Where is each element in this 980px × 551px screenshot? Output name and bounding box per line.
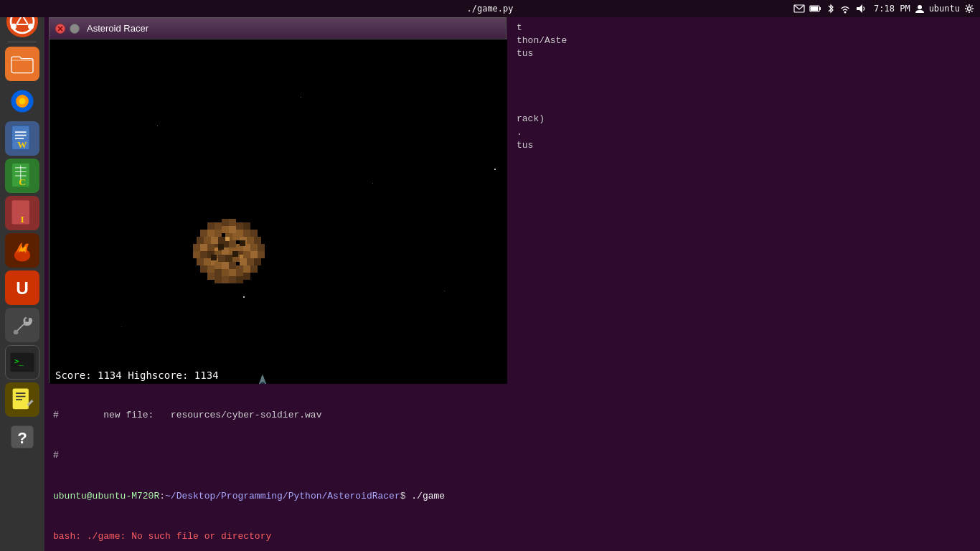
user-icon[interactable] (915, 4, 925, 14)
svg-rect-54 (215, 230, 222, 237)
terminal-top-right-text: t thon/Aste tus rack) . tus (517, 22, 567, 152)
svg-rect-114 (229, 276, 236, 283)
terminal-bottom: # new file: resources/cyber-soldier.wav … (44, 379, 980, 551)
svg-point-6 (918, 5, 922, 9)
svg-rect-90 (204, 258, 211, 265)
taskbar-notes[interactable] (5, 382, 39, 417)
wifi-icon[interactable] (839, 3, 851, 14)
svg-rect-60 (197, 237, 204, 244)
window-close-button[interactable] (55, 24, 65, 34)
svg-rect-119 (240, 240, 245, 246)
svg-point-10 (28, 24, 34, 29)
terminal-line-2: thon/Aste (517, 34, 567, 47)
topbar-username: ubuntu (929, 4, 960, 14)
battery-icon[interactable] (809, 3, 822, 14)
svg-rect-95 (240, 258, 247, 265)
star-1 (494, 169, 496, 170)
score-text: Score: 1134 Highscore: 1134 (55, 369, 219, 381)
svg-rect-97 (254, 258, 261, 265)
svg-rect-55 (222, 226, 229, 233)
gear-icon[interactable] (964, 4, 974, 14)
svg-rect-105 (250, 265, 258, 273)
svg-rect-69 (193, 244, 200, 251)
svg-rect-59 (250, 230, 258, 237)
taskbar-tools[interactable] (5, 308, 39, 342)
topbar-time: 7:18 PM (874, 4, 910, 14)
svg-rect-101 (222, 262, 229, 269)
taskbar-calc[interactable]: C (5, 159, 39, 193)
svg-rect-121 (215, 248, 218, 251)
terminal-line-10: tus (517, 139, 567, 152)
topbar-icons: 7:18 PM ubuntu (793, 3, 974, 14)
svg-rect-38 (13, 388, 29, 409)
svg-point-17 (19, 98, 26, 105)
svg-rect-106 (207, 273, 215, 280)
svg-point-11 (11, 24, 17, 29)
svg-rect-104 (243, 265, 250, 273)
star-6 (372, 183, 373, 184)
volume-icon[interactable] (855, 3, 867, 14)
svg-rect-71 (207, 244, 215, 251)
svg-rect-68 (254, 237, 261, 244)
topbar: ./game.py 7:18 PM ubuntu (0, 0, 980, 17)
terminal-bottom-line-2: # (53, 449, 971, 463)
svg-text:W: W (17, 139, 27, 150)
game-title: Asteroid Racer (87, 23, 149, 34)
svg-text:I: I (20, 214, 24, 225)
terminal-line-7 (517, 100, 567, 113)
svg-rect-79 (193, 251, 200, 258)
svg-rect-46 (207, 222, 215, 230)
terminal-line-5 (517, 74, 567, 87)
svg-rect-107 (215, 269, 222, 276)
svg-rect-118 (211, 255, 217, 260)
taskbar-writer[interactable]: W (5, 121, 39, 156)
svg-rect-100 (215, 262, 222, 269)
taskbar-files[interactable] (5, 47, 39, 81)
svg-marker-5 (857, 4, 862, 13)
svg-rect-102 (229, 262, 236, 269)
star-7 (444, 291, 445, 291)
svg-point-35 (14, 330, 19, 335)
taskbar-app-flames[interactable] (5, 233, 39, 268)
svg-rect-62 (211, 237, 218, 244)
game-titlebar: Asteroid Racer (50, 18, 506, 39)
svg-rect-117 (232, 251, 238, 257)
svg-rect-98 (200, 265, 207, 273)
terminal-line-9: . (517, 126, 567, 139)
svg-rect-112 (215, 276, 222, 283)
svg-rect-47 (215, 222, 222, 230)
svg-rect-115 (236, 276, 243, 283)
svg-rect-109 (229, 269, 236, 276)
svg-rect-61 (204, 237, 211, 244)
taskbar-ubuntu-one[interactable]: U (5, 270, 39, 305)
svg-rect-108 (222, 269, 229, 276)
window-minimize-button[interactable] (70, 24, 80, 34)
taskbar-terminal[interactable]: >_ (5, 345, 39, 380)
star-4 (157, 126, 158, 126)
terminal-line-8: rack) (517, 113, 567, 126)
svg-rect-53 (207, 230, 215, 237)
svg-rect-50 (236, 222, 243, 230)
svg-rect-103 (236, 265, 243, 273)
svg-rect-51 (243, 222, 250, 230)
svg-rect-120 (225, 237, 230, 241)
taskbar-impress[interactable]: I (5, 196, 39, 230)
bluetooth-icon[interactable] (826, 3, 835, 14)
svg-rect-2 (811, 6, 818, 11)
svg-rect-49 (229, 219, 236, 226)
svg-rect-88 (258, 251, 265, 258)
svg-rect-70 (200, 244, 207, 251)
game-canvas[interactable]: Score: 1134 Highscore: 1134 (50, 39, 507, 384)
svg-rect-52 (200, 230, 207, 237)
terminal-bottom-line-1: # new file: resources/cyber-soldier.wav (53, 409, 971, 423)
svg-rect-99 (207, 265, 215, 273)
email-icon[interactable] (793, 3, 805, 14)
svg-rect-65 (232, 233, 240, 240)
svg-rect-67 (247, 237, 254, 244)
terminal-line-1: t (517, 22, 567, 34)
taskbar-help[interactable]: ? (5, 420, 39, 454)
svg-rect-122 (240, 255, 243, 258)
svg-text:U: U (16, 278, 29, 298)
svg-rect-93 (225, 255, 232, 262)
taskbar-firefox[interactable] (5, 84, 39, 118)
